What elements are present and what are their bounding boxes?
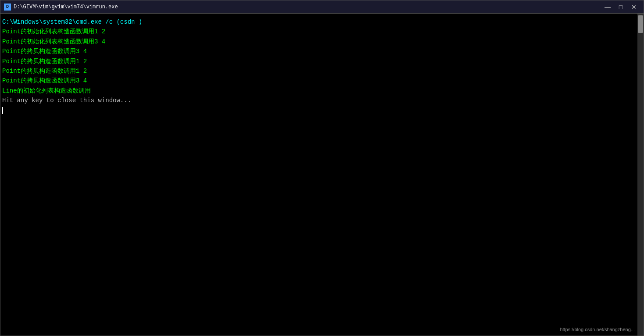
terminal-line: Line的初始化列表构造函数调用 xyxy=(2,86,636,96)
terminal-line: C:\Windows\system32\cmd.exe /c (csdn ) xyxy=(2,17,636,27)
scroll-thumb[interactable] xyxy=(638,15,643,33)
title-bar-left: D D:\GIVM\vim\gvim\vim74\vimrun.exe xyxy=(4,4,118,11)
cursor-line xyxy=(2,106,636,115)
terminal-body: C:\Windows\system32\cmd.exe /c (csdn )Po… xyxy=(0,14,644,336)
terminal-line: Point的拷贝构造函数调用3 4 xyxy=(2,46,636,56)
terminal-line: Hit any key to close this window... xyxy=(2,96,636,105)
terminal-line: Point的拷贝构造函数调用1 2 xyxy=(2,57,636,66)
scrollbar[interactable] xyxy=(637,14,644,336)
title-bar-controls: — □ ✕ xyxy=(601,2,640,12)
cursor xyxy=(2,107,3,114)
close-button[interactable]: ✕ xyxy=(628,2,640,12)
title-bar: D D:\GIVM\vim\gvim\vim74\vimrun.exe — □ … xyxy=(0,0,644,14)
terminal-line: Point的初始化列表构造函数调用3 4 xyxy=(2,37,636,46)
window: D D:\GIVM\vim\gvim\vim74\vimrun.exe — □ … xyxy=(0,0,644,336)
minimize-button[interactable]: — xyxy=(601,2,614,12)
terminal-line: Point的拷贝构造函数调用3 4 xyxy=(2,76,636,86)
terminal-line: Point的拷贝构造函数调用1 2 xyxy=(2,66,636,76)
window-icon: D xyxy=(4,4,11,11)
maximize-button[interactable]: □ xyxy=(615,2,627,12)
title-text: D:\GIVM\vim\gvim\vim74\vimrun.exe xyxy=(14,4,118,10)
terminal-content: C:\Windows\system32\cmd.exe /c (csdn )Po… xyxy=(0,14,637,336)
watermark: https://blog.csdn.net/shangzheng... xyxy=(560,327,635,332)
terminal-line: Point的初始化列表构造函数调用1 2 xyxy=(2,27,636,36)
